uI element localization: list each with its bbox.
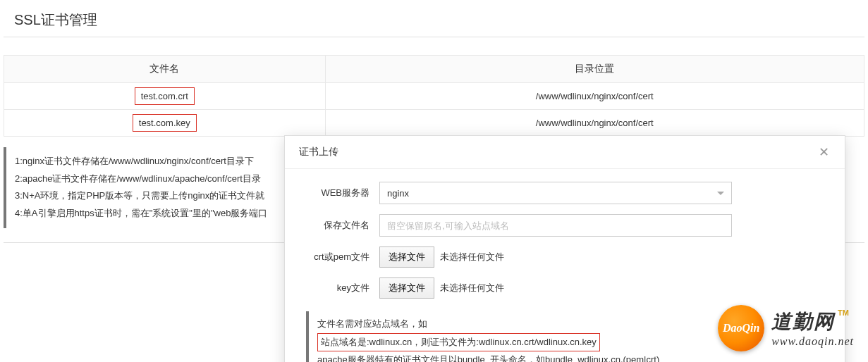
modal-title: 证书上传 — [299, 146, 338, 158]
key-file-status: 未选择任何文件 — [440, 282, 504, 294]
choose-crt-file-button[interactable]: 选择文件 — [379, 246, 434, 268]
label-savefilename: 保存文件名 — [306, 219, 369, 232]
crt-file-status: 未选择任何文件 — [440, 251, 504, 263]
close-icon[interactable]: ✕ — [817, 144, 831, 160]
modal-note-line: apache服务器特有的证书文件且以bundle_开头命名，如bundle_wd… — [317, 351, 815, 362]
label-crtfile: crt或pem文件 — [306, 251, 369, 263]
savefilename-input[interactable] — [379, 214, 732, 237]
modal-header: 证书上传 ✕ — [285, 136, 845, 169]
webserver-value: nginx — [387, 188, 409, 199]
choose-key-file-button[interactable]: 选择文件 — [379, 277, 434, 299]
cell-filename: test.com.key — [133, 114, 197, 132]
modal-note-line: 文件名需对应站点域名，如 — [317, 316, 815, 333]
cell-path: /www/wdlinux/nginx/conf/cert — [325, 83, 864, 110]
label-keyfile: key文件 — [306, 282, 369, 294]
modal-note-highlight: 站点域名是:wdlinux.cn，则证书文件为:wdlinux.cn.crt/w… — [317, 333, 600, 352]
modal-notes: 文件名需对应站点域名，如 站点域名是:wdlinux.cn，则证书文件为:wdl… — [306, 311, 824, 362]
table-row: test.com.key /www/wdlinux/nginx/conf/cer… — [4, 110, 864, 137]
upload-cert-modal: 证书上传 ✕ WEB服务器 nginx 保存文件名 crt或pem文件 选择文件… — [284, 135, 845, 362]
ssl-cert-table: 文件名 目录位置 test.com.crt /www/wdlinux/nginx… — [4, 55, 864, 137]
title-divider — [4, 37, 864, 37]
cell-filename: test.com.crt — [135, 87, 195, 105]
form-row-savefilename: 保存文件名 — [306, 214, 824, 237]
modal-body: WEB服务器 nginx 保存文件名 crt或pem文件 选择文件 未选择任何文… — [285, 169, 845, 362]
label-webserver: WEB服务器 — [306, 187, 369, 199]
webserver-select[interactable]: nginx — [379, 182, 732, 204]
form-row-webserver: WEB服务器 nginx — [306, 182, 824, 204]
chevron-down-icon — [717, 192, 724, 195]
form-row-keyfile: key文件 选择文件 未选择任何文件 — [306, 277, 824, 299]
form-row-crtfile: crt或pem文件 选择文件 未选择任何文件 — [306, 246, 824, 268]
th-path: 目录位置 — [325, 56, 864, 83]
table-row: test.com.crt /www/wdlinux/nginx/conf/cer… — [4, 83, 864, 110]
cell-path: /www/wdlinux/nginx/conf/cert — [325, 110, 864, 137]
page-title: SSL证书管理 — [0, 0, 868, 37]
th-filename: 文件名 — [4, 56, 326, 83]
